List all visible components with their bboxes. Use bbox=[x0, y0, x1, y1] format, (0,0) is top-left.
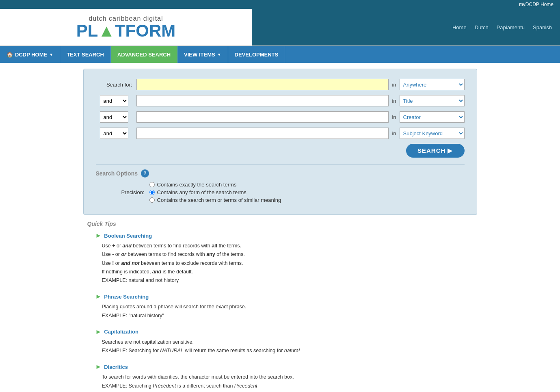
nav-text-search-label: TEXT SEARCH bbox=[67, 52, 104, 58]
search-options: Search Options ? Precision: Contains exa… bbox=[96, 164, 465, 203]
precision-options: Contains exactly the search terms Contai… bbox=[149, 182, 281, 203]
precision-option-similar[interactable]: Contains the search term or terms of sim… bbox=[149, 197, 281, 203]
main-nav: 🏠 DCDP HOME ▼ TEXT SEARCH ADVANCED SEARC… bbox=[0, 46, 560, 63]
tip-phrase: ► Phrase Searching Placing quotes around… bbox=[87, 293, 473, 320]
in-label-2: in bbox=[392, 98, 396, 104]
help-icon[interactable]: ? bbox=[141, 169, 149, 178]
nav-developments-label: DEVELOPMENTS bbox=[235, 52, 279, 58]
search-input-3[interactable] bbox=[136, 111, 389, 123]
field-select-2[interactable]: Anywhere Title Creator Subject Keyword D… bbox=[400, 95, 465, 106]
in-label-3: in bbox=[392, 114, 396, 120]
nav-home-link[interactable]: Home bbox=[452, 24, 467, 30]
search-row-3: and or not in Anywhere Title Creator Sub… bbox=[96, 111, 465, 123]
precision-row: Precision: Contains exactly the search t… bbox=[96, 182, 465, 203]
search-input-2[interactable] bbox=[136, 95, 389, 106]
logo-platform: PL▲TFORM bbox=[8, 22, 244, 39]
search-row-1: Search for: in Anywhere Title Creator Su… bbox=[96, 79, 465, 90]
in-label-4: in bbox=[392, 130, 396, 136]
search-for-label: Search for: bbox=[96, 82, 132, 88]
tip-capitalization-body: Searches are not capitalization sensitiv… bbox=[95, 338, 473, 355]
nav-view-items[interactable]: VIEW ITEMS ▼ bbox=[177, 46, 228, 63]
search-input-1[interactable] bbox=[136, 79, 389, 90]
quick-tips-title: Quick Tips bbox=[87, 221, 473, 227]
field-select-4[interactable]: Anywhere Title Creator Subject Keyword D… bbox=[400, 128, 465, 139]
logo-pl: PL bbox=[76, 21, 98, 40]
top-bar: myDCDP Home bbox=[0, 0, 560, 9]
precision-option-any[interactable]: Contains any form of the search terms bbox=[149, 189, 281, 195]
precision-similar-label: Contains the search term or terms of sim… bbox=[157, 197, 281, 203]
header: dutch caribbean digital PL▲TFORM Home Du… bbox=[0, 9, 560, 46]
bool-select-2[interactable]: and or not bbox=[100, 95, 128, 106]
tip-diacritics-body: To search for words with diacritics, the… bbox=[95, 373, 473, 390]
nav-developments[interactable]: DEVELOPMENTS bbox=[228, 46, 285, 63]
search-btn-row: SEARCH ▶ bbox=[96, 144, 465, 158]
tip-boolean: ► Boolean Searching Use + or and between… bbox=[87, 232, 473, 285]
language-nav: Home Dutch Papiamentu Spanish bbox=[252, 9, 560, 45]
precision-radio-similar[interactable] bbox=[149, 197, 155, 203]
precision-label: Precision: bbox=[96, 189, 145, 195]
logo-section: dutch caribbean digital PL▲TFORM bbox=[0, 9, 252, 45]
tip-diacritics-label: Diacritics bbox=[104, 364, 128, 370]
view-items-caret: ▼ bbox=[217, 52, 221, 57]
tip-phrase-heading: ► Phrase Searching bbox=[95, 293, 473, 300]
search-input-4[interactable] bbox=[136, 128, 389, 139]
tip-boolean-heading: ► Boolean Searching bbox=[95, 232, 473, 239]
tip-bullet-4: ► bbox=[95, 363, 102, 370]
tip-capitalization: ► Capitalization Searches are not capita… bbox=[87, 328, 473, 355]
tip-capitalization-heading: ► Capitalization bbox=[95, 328, 473, 336]
precision-exact-label: Contains exactly the search terms bbox=[157, 182, 237, 188]
home-icon: 🏠 bbox=[6, 52, 13, 58]
search-options-title: Search Options ? bbox=[96, 169, 465, 178]
search-row-2: and or not in Anywhere Title Creator Sub… bbox=[96, 95, 465, 106]
nav-papiamentu-link[interactable]: Papiamentu bbox=[497, 24, 525, 30]
nav-advanced-search-label: ADVANCED SEARCH bbox=[117, 52, 171, 58]
nav-advanced-search[interactable]: ADVANCED SEARCH bbox=[111, 46, 177, 63]
tip-boolean-label: Boolean Searching bbox=[104, 233, 152, 239]
logo-tform: TFORM bbox=[115, 21, 175, 40]
precision-radio-exact[interactable] bbox=[149, 182, 155, 187]
quick-tips-section: Quick Tips ► Boolean Searching Use + or … bbox=[83, 221, 477, 390]
bool-select-3[interactable]: and or not bbox=[100, 111, 128, 123]
precision-any-label: Contains any form of the search terms bbox=[157, 189, 246, 195]
tip-phrase-label: Phrase Searching bbox=[104, 294, 149, 300]
field-select-3[interactable]: Anywhere Title Creator Subject Keyword D… bbox=[400, 111, 465, 123]
tip-boolean-body: Use + or and between terms to find recor… bbox=[95, 242, 473, 285]
tip-phrase-body: Placing quotes around a phrase will sear… bbox=[95, 303, 473, 320]
tip-diacritics-heading: ► Diacritics bbox=[95, 363, 473, 370]
nav-dcdp-home[interactable]: 🏠 DCDP HOME ▼ bbox=[0, 46, 60, 63]
tip-diacritics: ► Diacritics To search for words with di… bbox=[87, 363, 473, 390]
in-label-1: in bbox=[392, 82, 396, 88]
tip-bullet-1: ► bbox=[95, 232, 102, 239]
nav-spanish-link[interactable]: Spanish bbox=[533, 24, 552, 30]
dcdp-home-caret: ▼ bbox=[49, 52, 53, 57]
mydcdp-home-link[interactable]: myDCDP Home bbox=[519, 2, 554, 7]
field-select-1[interactable]: Anywhere Title Creator Subject Keyword D… bbox=[400, 79, 465, 90]
tip-bullet-3: ► bbox=[95, 328, 102, 336]
logo-a: ▲ bbox=[98, 21, 115, 40]
nav-dutch-link[interactable]: Dutch bbox=[475, 24, 489, 30]
nav-dcdp-home-label: DCDP HOME bbox=[15, 52, 47, 58]
precision-option-exact[interactable]: Contains exactly the search terms bbox=[149, 182, 281, 188]
tip-bullet-2: ► bbox=[95, 293, 102, 300]
bool-select-4[interactable]: and or not bbox=[100, 128, 128, 139]
nav-text-search[interactable]: TEXT SEARCH bbox=[60, 46, 111, 63]
tip-capitalization-label: Capitalization bbox=[104, 329, 138, 335]
search-row-4: and or not in Anywhere Title Creator Sub… bbox=[96, 128, 465, 139]
nav-view-items-label: VIEW ITEMS bbox=[184, 52, 215, 58]
search-options-label: Search Options bbox=[96, 170, 138, 177]
precision-radio-any[interactable] bbox=[149, 190, 155, 195]
search-button[interactable]: SEARCH ▶ bbox=[406, 144, 465, 158]
search-container: Search for: in Anywhere Title Creator Su… bbox=[83, 69, 477, 215]
